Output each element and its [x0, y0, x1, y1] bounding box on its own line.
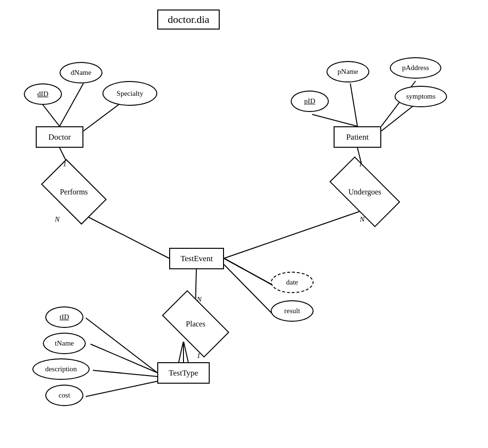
svg-line-0 — [43, 105, 60, 126]
attr-cost: cost — [45, 385, 83, 406]
attr-tid: tID — [45, 306, 83, 328]
attr-symptoms: symptoms — [395, 86, 447, 107]
svg-line-18 — [91, 344, 157, 373]
rel-undergoes: Undergoes — [333, 174, 397, 210]
svg-line-10 — [224, 210, 365, 258]
svg-line-11 — [224, 258, 272, 285]
rel-performs: Performs — [45, 174, 102, 210]
attr-pname: pName — [326, 61, 369, 82]
svg-line-1 — [60, 83, 83, 126]
attr-specialty: Specialty — [102, 81, 157, 106]
attr-paddress: pAddress — [390, 57, 441, 79]
rel-places: Places — [166, 306, 225, 342]
svg-line-17 — [86, 318, 157, 373]
attr-pid: pID — [291, 91, 329, 112]
diagram-title: doctor.dia — [157, 10, 220, 30]
entity-testtype: TestType — [157, 362, 210, 384]
card-performs-test: N — [55, 215, 60, 224]
svg-line-12 — [224, 265, 272, 313]
er-diagram: doctor.dia Doctor Patient TestEvent Test… — [0, 0, 488, 448]
svg-line-19 — [93, 370, 157, 377]
card-places-test: N — [197, 295, 202, 304]
attr-did: dID — [24, 83, 62, 105]
entity-doctor: Doctor — [36, 126, 83, 148]
svg-line-16 — [183, 341, 188, 362]
entity-testevent: TestEvent — [169, 248, 224, 269]
card-undergoes-test: N — [360, 215, 365, 224]
card-performs-doctor: 1 — [63, 160, 67, 168]
svg-line-4 — [350, 83, 357, 126]
svg-line-21 — [224, 258, 272, 285]
attr-description: description — [32, 358, 90, 380]
svg-line-15 — [179, 341, 183, 362]
attr-dname: dName — [60, 62, 102, 83]
svg-line-3 — [312, 114, 357, 126]
card-places-type: 1 — [197, 352, 201, 360]
entity-patient: Patient — [334, 126, 381, 148]
attr-date: date — [271, 272, 314, 293]
svg-line-20 — [86, 381, 157, 397]
attr-result: result — [271, 300, 314, 322]
attr-tname: tName — [43, 333, 86, 354]
card-undergoes-patient: 1 — [359, 160, 363, 168]
